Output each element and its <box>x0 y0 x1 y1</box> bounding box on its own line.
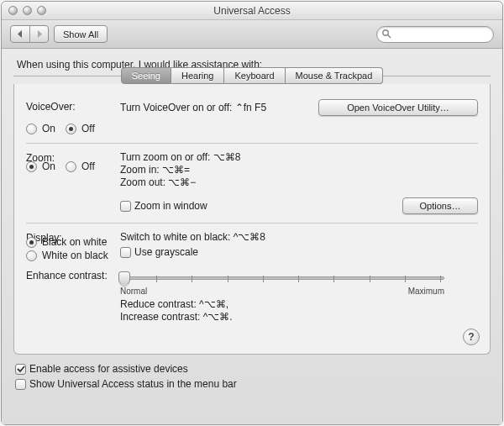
voiceover-on-radio[interactable] <box>26 124 37 134</box>
zoom-in-window-label: Zoom in window <box>134 200 207 212</box>
tab-mouse-trackpad[interactable]: Mouse & Trackpad <box>286 67 384 84</box>
zoom-off-radio[interactable] <box>66 161 76 172</box>
svg-point-0 <box>383 29 388 34</box>
display-section: Display: Switch to white on black: ^⌥⌘8 … <box>26 223 478 347</box>
search-icon <box>381 29 391 39</box>
zoom-off-label: Off <box>81 160 95 172</box>
zoom-out-shortcut: Zoom out: ⌥⌘− <box>120 176 478 188</box>
enhance-contrast-label: Enhance contrast: <box>26 268 120 281</box>
voiceover-section: VoiceOver: Turn VoiceOver on or off: ⌃fn… <box>26 92 478 143</box>
black-on-white-radio[interactable] <box>26 237 37 248</box>
assistive-devices-label: Enable access for assistive devices <box>29 363 188 375</box>
voiceover-shortcut: Turn VoiceOver on or off: ⌃fn F5 <box>120 102 266 113</box>
window: Universal Access Show All When using thi… <box>1 1 503 425</box>
traffic-lights <box>8 6 46 15</box>
voiceover-off-radio[interactable] <box>66 124 76 134</box>
zoom-in-shortcut: Zoom in: ⌥⌘= <box>120 164 478 176</box>
titlebar: Universal Access <box>2 2 502 20</box>
slider-knob[interactable] <box>118 271 130 286</box>
assistive-devices-checkbox[interactable] <box>15 364 26 375</box>
tab-hearing[interactable]: Hearing <box>171 67 225 84</box>
svg-line-1 <box>388 34 391 37</box>
show-all-button[interactable]: Show All <box>54 25 108 43</box>
zoom-on-label: On <box>42 160 55 172</box>
white-on-black-label: White on black <box>42 250 108 261</box>
open-voiceover-utility-button[interactable]: Open VoiceOver Utility… <box>318 99 478 116</box>
nav-buttons <box>10 25 49 43</box>
toolbar: Show All <box>2 20 502 49</box>
tab-bar: Seeing Hearing Keyboard Mouse & Trackpad… <box>13 67 491 355</box>
help-icon: ? <box>468 331 474 343</box>
increase-contrast-shortcut: Increase contrast: ^⌥⌘. <box>120 311 444 323</box>
voiceover-label: VoiceOver: <box>26 99 120 113</box>
black-on-white-label: Black on white <box>42 236 107 248</box>
voiceover-on-label: On <box>42 123 55 134</box>
zoom-on-radio[interactable] <box>26 161 37 172</box>
window-title: Universal Access <box>2 5 502 17</box>
voiceover-off-label: Off <box>81 123 95 134</box>
help-button[interactable]: ? <box>463 329 480 345</box>
zoom-toggle-shortcut: Turn zoom on or off: ⌥⌘8 <box>120 151 478 163</box>
tab-seeing[interactable]: Seeing <box>121 67 171 84</box>
display-switch-shortcut: Switch to white on black: ^⌥⌘8 <box>120 231 478 243</box>
content: When using this computer, I would like a… <box>2 49 502 424</box>
slider-max-label: Maximum <box>408 287 444 296</box>
minimize-icon[interactable] <box>23 6 32 15</box>
status-menubar-checkbox[interactable] <box>15 379 26 390</box>
reduce-contrast-shortcut: Reduce contrast: ^⌥⌘, <box>120 298 444 310</box>
tab-keyboard[interactable]: Keyboard <box>224 67 285 84</box>
zoom-options-button[interactable]: Options… <box>402 197 478 214</box>
back-button[interactable] <box>11 26 29 42</box>
zoom-section: Zoom: Turn zoom on or off: ⌥⌘8 Zoom in: … <box>26 143 478 223</box>
use-grayscale-label: Use grayscale <box>134 246 198 258</box>
search-input[interactable] <box>376 26 494 43</box>
zoom-in-window-checkbox[interactable] <box>120 201 131 212</box>
footer: Enable access for assistive devices Show… <box>13 355 491 390</box>
close-icon[interactable] <box>8 6 18 15</box>
status-menubar-label: Show Universal Access status in the menu… <box>29 378 237 390</box>
enhance-contrast-slider[interactable]: Normal Maximum <box>120 271 444 297</box>
use-grayscale-checkbox[interactable] <box>120 247 131 258</box>
white-on-black-radio[interactable] <box>26 250 37 261</box>
zoom-window-icon[interactable] <box>37 6 46 15</box>
seeing-panel: VoiceOver: Turn VoiceOver on or off: ⌃fn… <box>13 84 491 355</box>
forward-button[interactable] <box>29 26 48 42</box>
search-field[interactable] <box>376 26 494 43</box>
